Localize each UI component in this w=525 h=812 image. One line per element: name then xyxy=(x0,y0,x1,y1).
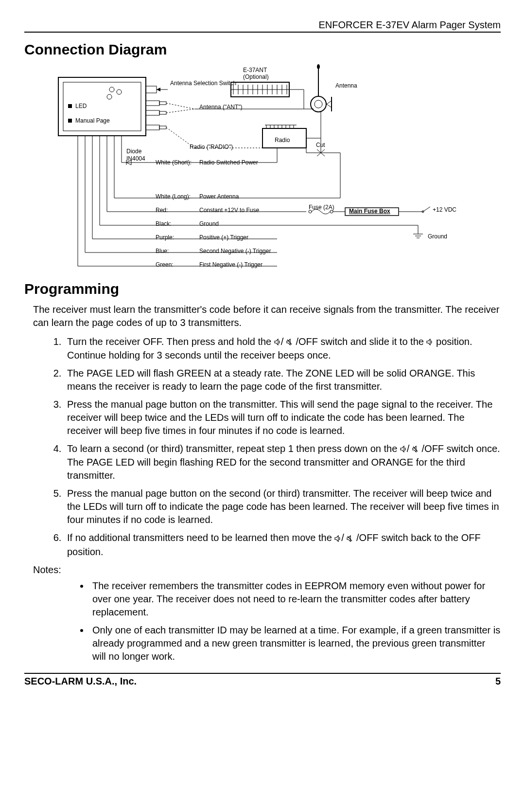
label-antenna-ant: Antenna ("ANT") xyxy=(199,104,243,110)
label-e37ant: E-37ANT xyxy=(243,67,267,73)
wire-red: Red: xyxy=(156,207,168,214)
svg-rect-8 xyxy=(146,86,157,93)
svg-line-18 xyxy=(166,109,194,113)
label-antenna: Antenna xyxy=(335,82,357,89)
label-in4004: IN4004 xyxy=(126,155,145,162)
label-radio: Radio xyxy=(275,137,290,144)
notes-label: Notes: xyxy=(33,564,501,576)
connection-diagram-heading: Connection Diagram xyxy=(24,41,501,58)
label-radio-radio: Radio ("RADIO") xyxy=(190,144,233,150)
svg-point-38 xyxy=(311,96,326,112)
connection-diagram: LED Manual Page Antenna Selection Switch… xyxy=(34,63,472,272)
speaker-off-icon xyxy=(347,532,353,545)
programming-intro: The receiver must learn the transmitter'… xyxy=(33,303,501,329)
programming-heading: Programming xyxy=(24,281,501,297)
wire-white-short: White (Short): xyxy=(156,159,192,166)
label-12vdc: +12 VDC xyxy=(433,206,456,213)
speaker-off-icon xyxy=(412,443,419,456)
programming-steps: Turn the receiver OFF. Then press and ho… xyxy=(52,335,501,559)
wire-green-desc: First Negative (-) Trigger xyxy=(199,261,262,268)
step-4: To learn a second (or third) transmitter… xyxy=(64,442,501,482)
svg-rect-11 xyxy=(146,101,159,106)
svg-line-17 xyxy=(166,103,194,109)
label-main-fuse-box: Main Fuse Box xyxy=(349,208,390,215)
step-1: Turn the receiver OFF. Then press and ho… xyxy=(64,335,501,362)
wire-blue-desc: Second Negative (-) Trigger xyxy=(199,248,271,254)
wire-red-desc: Constant +12V to Fuse xyxy=(199,207,259,214)
page-header: ENFORCER E-37EV Alarm Pager System xyxy=(24,19,501,33)
wire-white-long: White (Long): xyxy=(156,193,191,200)
step-6: If no additional transmitters need to be… xyxy=(64,531,501,558)
speaker-on-icon xyxy=(426,336,433,349)
label-ground-sym: Ground xyxy=(428,233,447,240)
wire-black-desc: Ground xyxy=(199,220,219,227)
wire-purple-desc: Positive (+) Trigger xyxy=(199,234,248,241)
wire-purple: Purple: xyxy=(156,234,174,241)
wire-white-short-desc: Radio Switched Power xyxy=(199,159,258,166)
svg-rect-7 xyxy=(68,119,72,123)
svg-rect-13 xyxy=(146,110,159,115)
svg-line-82 xyxy=(423,207,430,212)
note-2: Only one of each transmitter ID may be l… xyxy=(89,624,501,663)
step-3: Press the manual page button on the tran… xyxy=(64,398,501,437)
svg-point-37 xyxy=(317,64,320,69)
svg-rect-15 xyxy=(146,125,159,130)
speaker-on-icon xyxy=(274,336,281,349)
svg-point-3 xyxy=(109,87,114,92)
wire-green: Green: xyxy=(156,261,174,268)
note-1: The receiver remembers the transmitter c… xyxy=(89,579,501,619)
label-led: LED xyxy=(75,103,87,109)
svg-rect-16 xyxy=(159,126,166,129)
footer-company: SECO-LARM U.S.A., Inc. xyxy=(24,676,137,687)
footer-page-number: 5 xyxy=(495,676,501,687)
label-manual-page: Manual Page xyxy=(75,117,110,124)
wire-black: Black: xyxy=(156,220,172,227)
svg-point-39 xyxy=(315,100,322,108)
label-antenna-sel: Antenna Selection Switch xyxy=(170,80,236,87)
svg-point-4 xyxy=(117,90,122,94)
label-cut: Cut xyxy=(316,142,325,148)
step-2: The PAGE LED will flash GREEN at a stead… xyxy=(64,367,501,393)
speaker-on-icon xyxy=(400,443,407,456)
svg-marker-10 xyxy=(157,88,160,91)
label-diode: Diode xyxy=(126,148,141,155)
svg-rect-12 xyxy=(159,102,166,105)
notes-list: The receiver remembers the transmitter c… xyxy=(78,579,501,663)
svg-point-5 xyxy=(107,94,112,99)
speaker-off-icon xyxy=(286,336,293,349)
speaker-on-icon xyxy=(334,532,341,545)
step-5: Press the manual page button on the seco… xyxy=(64,487,501,526)
svg-rect-14 xyxy=(159,111,166,114)
label-fuse2a: Fuse (2A) xyxy=(309,204,334,211)
svg-rect-6 xyxy=(68,104,72,108)
page-footer: SECO-LARM U.S.A., Inc. 5 xyxy=(24,673,501,687)
label-optional: (Optional) xyxy=(243,73,269,80)
wire-white-long-desc: Power Antenna xyxy=(199,193,239,200)
wire-blue: Blue: xyxy=(156,248,169,254)
